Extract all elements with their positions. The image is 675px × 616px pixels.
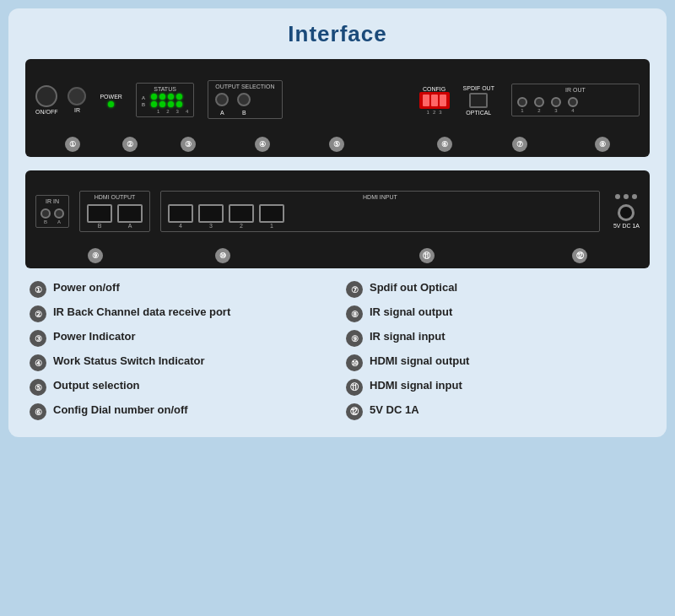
hdmi-out-b-label: B <box>98 223 102 229</box>
badge-5: ⑤ <box>329 137 344 152</box>
hdmi-out-a[interactable] <box>117 204 143 223</box>
back-badges-row: ⑨ ⑩ ⑪ ⑫ <box>35 245 640 265</box>
desc-item-7: ⑦ Spdif out Optical <box>346 280 645 298</box>
page-title: Interface <box>25 21 650 47</box>
status-leds-row-a <box>151 94 182 100</box>
sel-b-label: B <box>242 110 246 116</box>
power-dots <box>615 194 637 199</box>
ir-jack-1[interactable] <box>517 97 527 107</box>
hdmi-in-2[interactable] <box>229 204 254 223</box>
badge-2: ② <box>122 137 138 152</box>
section-spacer <box>25 160 650 170</box>
dipn1: 1 <box>427 110 429 115</box>
desc-item-5: ⑤ Output selection <box>30 378 329 396</box>
hdmi-in-4[interactable] <box>168 204 193 223</box>
ir-out-group: IR OUT 1 2 3 4 <box>511 84 640 116</box>
on-off-label: ON/OFF <box>35 109 57 115</box>
ir-jack-3[interactable] <box>551 97 561 107</box>
output-sel-label: OUTPUT SELECTION <box>215 84 274 89</box>
ir-in-jack-b[interactable] <box>40 208 51 219</box>
spdif-label: SPDIF OUT <box>463 85 494 91</box>
led-a4 <box>176 94 182 100</box>
desc-text-3: Power Indicator <box>53 329 136 344</box>
status-label: STATUS <box>142 86 188 92</box>
dipn3: 3 <box>439 110 441 115</box>
desc-text-2: IR Back Channel data receive port <box>53 305 230 320</box>
dip-nums: 1 2 3 <box>427 110 442 115</box>
badge-12: ⑫ <box>572 248 587 263</box>
badge-6: ⑥ <box>437 137 452 152</box>
power-button[interactable] <box>35 85 57 107</box>
desc-badge-7: ⑦ <box>346 281 363 298</box>
ir-in-b: B <box>44 219 47 224</box>
hdmi-output-group: HDMI OUTPUT B A <box>79 191 150 232</box>
power-dot1 <box>615 194 620 199</box>
hdmi-in-3-label: 3 <box>209 223 213 229</box>
dipn2: 2 <box>433 110 435 115</box>
desc-text-1: Power on/off <box>53 280 120 295</box>
badge-9: ⑨ <box>88 248 103 263</box>
desc-item-4: ④ Work Status Switch Indicator <box>30 354 329 371</box>
back-panel: IR IN B A HDMI OUTPUT <box>25 170 650 268</box>
ir-jack-2[interactable] <box>534 97 544 107</box>
power-dc-jack[interactable] <box>618 204 634 221</box>
ir-jack[interactable] <box>68 87 86 105</box>
desc-text-9: IR signal input <box>370 329 446 344</box>
desc-text-12: 5V DC 1A <box>370 403 419 418</box>
status-b-label: B <box>142 102 145 107</box>
ir-in-jacks: B A <box>40 208 64 224</box>
ir-in-a: A <box>57 219 61 224</box>
badge-3: ③ <box>181 137 196 152</box>
desc-badge-9: ⑨ <box>346 330 363 347</box>
desc-badge-2: ② <box>30 305 46 322</box>
back-panel-content: IR IN B A HDMI OUTPUT <box>35 177 640 245</box>
desc-item-6: ⑥ Config Dial number on/off <box>30 403 329 420</box>
dip1 <box>423 95 429 106</box>
power-dot3 <box>632 194 637 199</box>
ir-in-jack-a[interactable] <box>54 208 64 219</box>
desc-text-11: HDMI signal input <box>370 378 462 393</box>
status-ab: A B <box>142 95 145 107</box>
hdmi-in-3[interactable] <box>198 204 224 223</box>
hdmi-out-b[interactable] <box>87 204 112 223</box>
ir-in-label: IR IN <box>40 198 64 204</box>
ir-jack-n3: 3 <box>554 108 557 113</box>
power-dc-label: 5V DC 1A <box>613 223 640 229</box>
desc-text-7: Spdif out Optical <box>370 280 457 295</box>
output-selection-group: OUTPUT SELECTION A B <box>208 80 282 119</box>
dip-switch[interactable] <box>419 92 450 109</box>
desc-text-5: Output selection <box>53 378 140 393</box>
optical-label: OPTICAL <box>466 110 491 116</box>
ir-jack-4[interactable] <box>568 97 578 107</box>
sel-btn-b[interactable] <box>237 93 251 106</box>
desc-badge-11: ⑪ <box>346 379 363 396</box>
desc-badge-1: ① <box>30 281 46 298</box>
sel-btn-a[interactable] <box>215 93 229 106</box>
power-indicator-group: POWER <box>100 92 122 107</box>
hdmi-output-ports: B A <box>87 204 143 229</box>
desc-item-2: ② IR Back Channel data receive port <box>30 305 329 322</box>
badge-10: ⑩ <box>215 248 230 263</box>
sn2: 2 <box>166 109 169 114</box>
output-sel-btns: A B <box>215 93 274 116</box>
led-a2 <box>159 94 165 100</box>
ir-out-jacks: 1 2 3 4 <box>517 97 634 113</box>
ir-label: IR <box>74 107 80 113</box>
dip2 <box>431 95 438 106</box>
desc-item-12: ⑫ 5V DC 1A <box>346 403 645 420</box>
desc-text-8: IR signal output <box>370 305 452 320</box>
front-badges-row: ① ② ③ ④ ⑤ ⑥ ⑦ ⑧ <box>35 133 640 154</box>
hdmi-in-1-label: 1 <box>270 223 273 229</box>
ir-in-group: IR IN B A <box>35 195 69 228</box>
desc-text-6: Config Dial number on/off <box>53 403 188 418</box>
hdmi-input-group: HDMI INPUT 4 3 2 <box>160 191 600 232</box>
power-dot2 <box>624 194 629 199</box>
hdmi-input-ports: 4 3 2 1 <box>168 204 592 229</box>
status-nums: 1 2 3 4 <box>157 109 188 114</box>
desc-text-10: HDMI signal output <box>370 354 469 369</box>
main-container: Interface ON/OFF IR POWER <box>8 8 667 437</box>
desc-badge-8: ⑧ <box>346 305 363 322</box>
status-leds-row-b <box>151 101 182 107</box>
hdmi-in-1[interactable] <box>259 204 284 223</box>
config-label: CONFIG <box>423 86 446 92</box>
